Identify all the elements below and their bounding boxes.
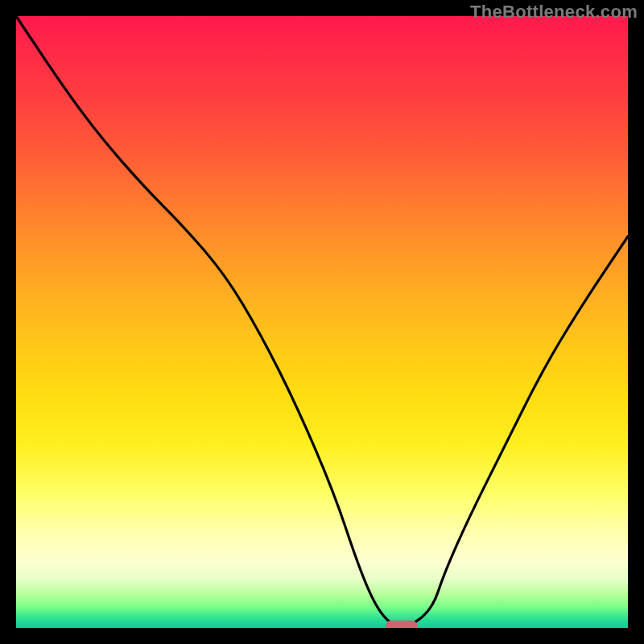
plot-svg <box>16 16 628 628</box>
watermark-text: TheBottleneck.com <box>470 2 638 23</box>
bottleneck-curve <box>16 16 628 628</box>
chart-frame: TheBottleneck.com <box>0 0 644 644</box>
optimal-marker <box>386 621 418 628</box>
